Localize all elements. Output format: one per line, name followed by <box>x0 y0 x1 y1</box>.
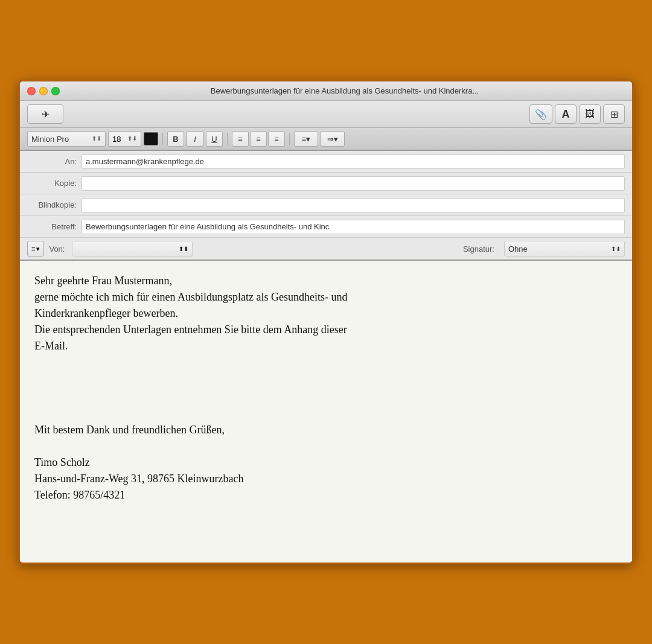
font-arrows: ⬆⬇ <box>92 136 101 142</box>
subject-field[interactable] <box>82 220 625 234</box>
bcc-label: Blindkopie: <box>27 200 82 209</box>
greeting-text: Sehr geehrte Frau Mustermann, <box>34 273 618 289</box>
align-right-button[interactable]: ≡ <box>268 131 285 147</box>
signature-arrows: ⬆⬇ <box>611 246 621 252</box>
subject-label: Betreff: <box>27 222 82 231</box>
signature-block: Timo Scholz Hans-und-Franz-Weg 31, 98765… <box>34 454 618 503</box>
sig-address: Hans-und-Franz-Weg 31, 98765 Kleinwurzba… <box>34 471 618 487</box>
list-button[interactable]: ≡▾ <box>294 131 318 147</box>
image-icon: 🖼 <box>585 109 595 120</box>
signature-selector[interactable]: Ohne ⬆⬇ <box>504 241 625 257</box>
priority-icon: ≡ <box>31 245 35 252</box>
indent-button[interactable]: ⇒▾ <box>321 131 345 147</box>
bcc-field[interactable] <box>82 198 625 212</box>
signature-value: Ohne <box>508 244 528 253</box>
sig-phone: Telefon: 98765/4321 <box>34 487 618 503</box>
sig-name: Timo Scholz <box>34 454 618 471</box>
image-button[interactable]: 🖼 <box>579 104 601 124</box>
attachment-button[interactable]: 📎 <box>529 104 552 124</box>
cc-label: Kopie: <box>27 179 82 188</box>
font-size-value: 18 <box>112 135 127 144</box>
minimize-button[interactable] <box>39 87 48 95</box>
separator-1 <box>162 133 163 145</box>
subject-row: Betreff: <box>20 216 632 238</box>
format-toolbar: Minion Pro ⬆⬇ 18 ⬆⬇ B I U ≡ ≡ ≡ ≡▾ ⇒▾ <box>20 128 632 151</box>
separator-3 <box>289 133 290 145</box>
size-arrows: ⬆⬇ <box>127 136 137 142</box>
send-icon: ✈ <box>42 109 50 120</box>
table-button[interactable]: ⊞ <box>603 104 625 124</box>
priority-arrow: ▾ <box>36 245 40 253</box>
color-picker[interactable] <box>144 132 158 145</box>
to-row: An: <box>20 151 632 173</box>
italic-button[interactable]: I <box>187 131 203 147</box>
body-line-4: E-Mail. <box>34 338 618 354</box>
closing-text: Mit bestem Dank und freundlichen Grüßen, <box>34 422 618 438</box>
align-left-button[interactable]: ≡ <box>232 131 249 147</box>
alignment-group: ≡ ≡ ≡ <box>232 131 285 147</box>
to-field[interactable] <box>82 155 625 169</box>
from-label: Von: <box>49 244 67 253</box>
from-arrows: ⬆⬇ <box>179 246 188 252</box>
mail-compose-window: Bewerbungsunterlagen für eine Ausbildung… <box>18 80 634 564</box>
align-center-button[interactable]: ≡ <box>250 131 267 147</box>
signature-label: Signatur: <box>463 244 499 253</box>
from-selector[interactable]: ⬆⬇ <box>72 241 193 257</box>
font-button[interactable]: A <box>555 104 577 124</box>
separator-2 <box>227 133 228 145</box>
table-icon: ⊞ <box>610 109 618 120</box>
font-size-selector[interactable]: 18 ⬆⬇ <box>108 131 141 147</box>
font-icon: A <box>562 108 570 121</box>
body-line-3: Die entsprechenden Unterlagen entnehmen … <box>34 322 618 338</box>
priority-button[interactable]: ≡ ▾ <box>27 241 44 257</box>
font-selector[interactable]: Minion Pro ⬆⬇ <box>27 131 106 147</box>
bcc-row: Blindkopie: <box>20 194 632 216</box>
attachment-icon: 📎 <box>535 109 547 120</box>
main-toolbar: ✈ 📎 A 🖼 ⊞ <box>20 101 632 128</box>
underline-button[interactable]: U <box>206 131 223 147</box>
window-title: Bewerbungsunterlagen für eine Ausbildung… <box>65 86 625 95</box>
from-row: ≡ ▾ Von: ⬆⬇ Signatur: Ohne ⬆⬇ <box>20 238 632 260</box>
body-line-2: Kinderkrankenpfleger bewerben. <box>34 305 618 322</box>
cc-field[interactable] <box>82 176 625 191</box>
maximize-button[interactable] <box>51 87 60 95</box>
traffic-lights <box>27 87 60 95</box>
email-header: An: Kopie: Blindkopie: Betreff: ≡ ▾ Von: <box>20 151 632 261</box>
send-button[interactable]: ✈ <box>27 104 63 124</box>
body-line-1: gerne möchte ich mich für einen Ausbildu… <box>34 289 618 305</box>
email-body[interactable]: Sehr geehrte Frau Mustermann, gerne möch… <box>20 261 632 563</box>
to-label: An: <box>27 157 82 166</box>
cc-row: Kopie: <box>20 173 632 194</box>
title-bar: Bewerbungsunterlagen für eine Ausbildung… <box>20 81 632 101</box>
bold-button[interactable]: B <box>167 131 184 147</box>
font-name: Minion Pro <box>31 135 92 144</box>
close-button[interactable] <box>27 87 36 95</box>
priority-controls: ≡ ▾ <box>27 241 44 257</box>
